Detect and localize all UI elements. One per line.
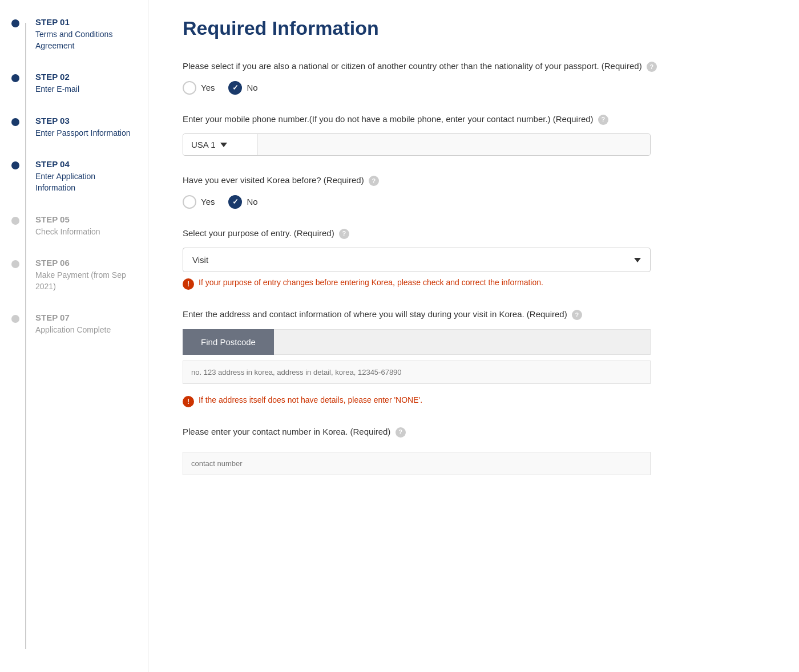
step05-number: STEP 05 [35, 214, 136, 224]
nationality-help-icon[interactable]: ? [647, 62, 657, 72]
find-postcode-button[interactable]: Find Postcode [183, 329, 274, 355]
nationality-no-option[interactable]: No [228, 81, 257, 95]
phone-input[interactable] [257, 134, 650, 155]
nationality-no-radio[interactable] [228, 81, 242, 95]
step06-label: Make Payment (from Sep 2021) [35, 270, 136, 292]
purpose-value: Visit [192, 255, 208, 265]
phone-row: USA 1 [183, 133, 651, 156]
nationality-no-label: No [247, 83, 257, 92]
phone-country-chevron-icon [220, 143, 227, 147]
address-section: Enter the address and contact informatio… [183, 308, 770, 407]
purpose-warning-icon: ! [183, 278, 194, 290]
step04-label: Enter Application Information [35, 171, 136, 193]
address-row: Find Postcode [183, 329, 651, 355]
step02-dot [11, 74, 19, 82]
korea-yes-option[interactable]: Yes [183, 195, 215, 209]
page-title: Required Information [183, 17, 770, 39]
step04-dot [11, 161, 19, 169]
sidebar-item-step06[interactable]: STEP 06 Make Payment (from Sep 2021) [17, 258, 136, 292]
nationality-radio-group: Yes No [183, 81, 770, 95]
sidebar-item-step01[interactable]: STEP 01 Terms and Conditions Agreement [17, 17, 136, 51]
korea-visit-radio-group: Yes No [183, 195, 770, 209]
sidebar: STEP 01 Terms and Conditions Agreement S… [0, 0, 148, 672]
step06-number: STEP 06 [35, 258, 136, 268]
nationality-question: Please select if you are also a national… [183, 60, 770, 73]
purpose-section: Select your purpose of entry. (Required)… [183, 227, 770, 290]
purpose-warning: ! If your purpose of entry changes befor… [183, 278, 770, 290]
nationality-yes-radio[interactable] [183, 81, 196, 95]
step01-label: Terms and Conditions Agreement [35, 29, 136, 51]
korea-yes-radio[interactable] [183, 195, 196, 209]
phone-section: Enter your mobile phone number.(If you d… [183, 113, 770, 156]
sidebar-item-step07[interactable]: STEP 07 Application Complete [17, 313, 136, 336]
step02-label: Enter E-mail [35, 84, 136, 95]
step07-number: STEP 07 [35, 313, 136, 322]
step07-dot [11, 315, 19, 323]
korea-no-option[interactable]: No [228, 195, 257, 209]
sidebar-item-step04[interactable]: STEP 04 Enter Application Information [17, 159, 136, 193]
step05-label: Check Information [35, 226, 136, 238]
address-warning: ! If the address itself does not have de… [183, 395, 770, 407]
step05-dot [11, 217, 19, 225]
purpose-help-icon[interactable]: ? [339, 229, 349, 239]
address-question: Enter the address and contact informatio… [183, 308, 770, 321]
sidebar-item-step03[interactable]: STEP 03 Enter Passport Information [17, 116, 136, 139]
step02-number: STEP 02 [35, 72, 136, 82]
contact-korea-question: Please enter your contact number in Kore… [183, 426, 770, 439]
contact-korea-section: Please enter your contact number in Kore… [183, 426, 770, 476]
sidebar-item-step05[interactable]: STEP 05 Check Information [17, 214, 136, 238]
phone-question: Enter your mobile phone number.(If you d… [183, 113, 770, 126]
contact-korea-input[interactable] [183, 452, 651, 475]
korea-yes-label: Yes [201, 197, 215, 207]
step04-number: STEP 04 [35, 159, 136, 169]
step07-label: Application Complete [35, 325, 136, 336]
step06-dot [11, 260, 19, 268]
phone-country-value: USA 1 [191, 140, 216, 149]
step01-number: STEP 01 [35, 17, 136, 27]
korea-visit-help-icon[interactable]: ? [369, 176, 379, 186]
contact-korea-help-icon[interactable]: ? [396, 427, 406, 438]
address-detail-input[interactable] [183, 361, 651, 384]
postcode-input[interactable] [274, 329, 651, 355]
step03-label: Enter Passport Information [35, 128, 136, 139]
sidebar-item-step02[interactable]: STEP 02 Enter E-mail [17, 72, 136, 95]
nationality-section: Please select if you are also a national… [183, 60, 770, 95]
korea-no-label: No [247, 197, 257, 207]
step03-number: STEP 03 [35, 116, 136, 126]
korea-no-radio[interactable] [228, 195, 242, 209]
address-help-icon[interactable]: ? [572, 310, 582, 320]
nationality-yes-option[interactable]: Yes [183, 81, 215, 95]
main-content: Required Information Please select if yo… [148, 0, 799, 672]
address-warning-icon: ! [183, 396, 194, 407]
step01-dot [11, 19, 19, 27]
purpose-chevron-icon [634, 258, 641, 262]
step03-dot [11, 118, 19, 126]
korea-visit-section: Have you ever visited Korea before? (Req… [183, 174, 770, 209]
nationality-yes-label: Yes [201, 83, 215, 92]
purpose-select[interactable]: Visit [183, 248, 651, 272]
phone-country-select[interactable]: USA 1 [183, 134, 257, 155]
phone-help-icon[interactable]: ? [598, 115, 608, 125]
purpose-question: Select your purpose of entry. (Required)… [183, 227, 770, 240]
korea-visit-question: Have you ever visited Korea before? (Req… [183, 174, 770, 187]
